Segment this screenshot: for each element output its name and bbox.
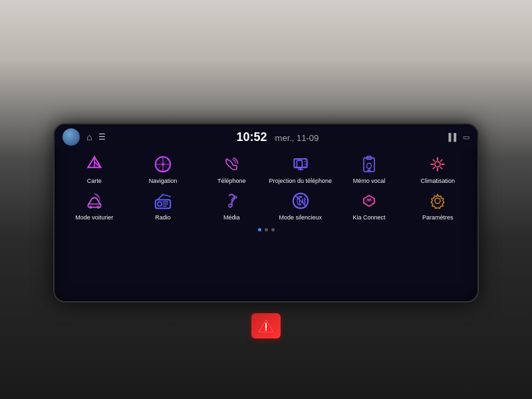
dot-3[interactable] xyxy=(271,228,275,231)
svg-point-34 xyxy=(158,201,162,205)
car-background: ⌂ ☰ 10:52 mer., 11-09 ▌▌ ▭ Carte xyxy=(0,0,532,399)
app-telephone[interactable]: Téléphone xyxy=(198,151,266,188)
hazard-area xyxy=(246,309,286,342)
time-display: 10:52 xyxy=(237,130,267,144)
app-climatisation[interactable]: Climatisation xyxy=(404,151,472,188)
app-projection[interactable]: Projection du téléphone xyxy=(266,151,334,188)
infotainment-screen: ⌂ ☰ 10:52 mer., 11-09 ▌▌ ▭ Carte xyxy=(53,123,479,303)
app-kia-connect[interactable]: Kia Connect xyxy=(334,188,403,224)
app-radio[interactable]: Radio xyxy=(128,188,197,224)
app-memo[interactable]: Mémo vocal xyxy=(334,151,403,188)
hazard-button[interactable] xyxy=(251,313,281,338)
date-display: mer., 11-09 xyxy=(275,133,319,143)
svg-line-38 xyxy=(158,194,163,200)
svg-line-26 xyxy=(433,160,435,162)
svg-point-48 xyxy=(368,200,370,201)
app-voiturier[interactable]: Mode voiturier xyxy=(60,188,128,224)
app-carte-label: Carte xyxy=(87,178,102,185)
svg-point-21 xyxy=(435,162,440,167)
app-parametres-label: Paramètres xyxy=(422,214,454,221)
svg-point-8 xyxy=(162,163,164,165)
app-kia-connect-label: Kia Connect xyxy=(352,214,385,221)
svg-line-39 xyxy=(163,194,170,196)
app-voiturier-label: Mode voiturier xyxy=(75,214,113,221)
signal-icon: ▌▌ xyxy=(448,133,459,141)
page-dots xyxy=(55,228,477,235)
app-telephone-label: Téléphone xyxy=(217,178,246,185)
app-mode-silencieux[interactable]: Mode silencieux xyxy=(266,188,334,224)
svg-line-13 xyxy=(304,161,305,162)
app-memo-label: Mémo vocal xyxy=(353,178,386,185)
app-parametres[interactable]: Paramètres xyxy=(404,188,472,224)
avatar[interactable] xyxy=(63,128,80,146)
dot-2[interactable] xyxy=(265,228,268,231)
status-center: 10:52 mer., 11-09 xyxy=(237,130,319,144)
app-projection-label: Projection du téléphone xyxy=(269,178,332,185)
svg-point-52 xyxy=(265,329,267,331)
status-left: ⌂ ☰ xyxy=(63,128,106,146)
apps-grid: Carte Navigation Té xyxy=(55,148,477,228)
svg-line-27 xyxy=(440,167,442,169)
svg-line-28 xyxy=(440,160,442,162)
status-bar: ⌂ ☰ 10:52 mer., 11-09 ▌▌ ▭ xyxy=(55,124,477,148)
app-navigation-label: Navigation xyxy=(149,178,178,185)
menu-icon[interactable]: ☰ xyxy=(98,132,106,142)
app-radio-label: Radio xyxy=(155,214,171,221)
dot-1[interactable] xyxy=(258,228,261,231)
app-mode-silencieux-label: Mode silencieux xyxy=(279,214,322,221)
svg-rect-18 xyxy=(367,163,371,168)
home-icon[interactable]: ⌂ xyxy=(86,132,92,142)
app-carte[interactable]: Carte xyxy=(60,151,128,188)
svg-point-49 xyxy=(435,198,440,203)
svg-line-29 xyxy=(433,167,435,169)
app-media-label: Média xyxy=(223,214,240,221)
battery-icon: ▭ xyxy=(463,133,469,142)
app-media[interactable]: Média xyxy=(198,188,266,224)
status-right: ▌▌ ▭ xyxy=(448,133,469,142)
app-climatisation-label: Climatisation xyxy=(421,178,456,185)
app-navigation[interactable]: Navigation xyxy=(128,151,197,188)
